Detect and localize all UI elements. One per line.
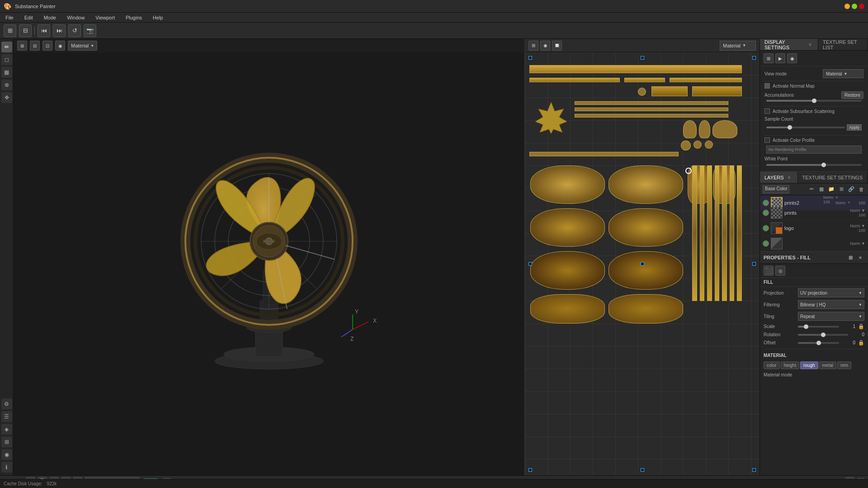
uv-corner-br[interactable] <box>752 468 756 472</box>
rotation-slider[interactable] <box>798 334 848 336</box>
subsurface-checkbox[interactable] <box>764 108 770 114</box>
close-button[interactable] <box>859 4 864 9</box>
uv-corner-tr[interactable] <box>752 56 756 60</box>
scale-lock-icon[interactable]: 🔒 <box>858 324 864 329</box>
channel-height-btn[interactable]: height <box>781 361 799 369</box>
uv-btn-3[interactable]: 🔲 <box>552 41 562 51</box>
channel-nrm-btn[interactable]: nrm <box>837 361 851 369</box>
fill-icon-1[interactable]: ⬛ <box>764 266 774 276</box>
tab-display-settings[interactable]: DISPLAY SETTINGS × <box>760 39 818 50</box>
sidebar-fill-icon[interactable]: ▦ <box>1 67 12 78</box>
uv-bar-bot <box>529 152 679 156</box>
prop-close-icon[interactable]: × <box>856 253 864 262</box>
layer-fill-icon[interactable]: ▦ <box>817 185 826 193</box>
offset-slider[interactable] <box>798 342 839 344</box>
layer-folder-icon[interactable]: 📁 <box>827 185 835 193</box>
sample-count-slider[interactable] <box>766 127 845 128</box>
layer-row[interactable]: prints Norm ▼ 100 <box>760 205 868 221</box>
layer-visibility-4[interactable] <box>763 240 769 247</box>
close-display-tab-icon[interactable]: × <box>807 41 813 48</box>
white-point-slider[interactable] <box>766 164 862 166</box>
fill-icon-2[interactable]: ◎ <box>775 266 785 276</box>
uv-corner-tc[interactable] <box>641 56 644 60</box>
menu-help[interactable]: Help <box>150 14 166 21</box>
sidebar-brush-icon[interactable]: ✏ <box>1 42 12 52</box>
channel-color-btn[interactable]: color <box>764 361 780 369</box>
close-layers-tab-icon[interactable]: × <box>786 174 793 181</box>
uv-corner-mc[interactable] <box>641 262 644 266</box>
proj-dropdown[interactable]: UV projection ▼ <box>798 288 864 297</box>
sidebar-info-icon[interactable]: ℹ <box>1 462 12 473</box>
sidebar-bake-icon[interactable]: ◉ <box>1 449 12 460</box>
menu-plugins[interactable]: Plugins <box>123 14 145 21</box>
sidebar-materials-icon[interactable]: ◈ <box>1 424 12 435</box>
uv-rods-group <box>692 165 742 305</box>
uv-canvas[interactable] <box>525 52 760 475</box>
viewport-btn-3[interactable]: ⊡ <box>42 41 52 51</box>
minimize-button[interactable] <box>844 4 850 9</box>
menu-edit[interactable]: Edit <box>22 14 36 21</box>
layer-link-icon[interactable]: 🔗 <box>847 185 855 193</box>
layer-visibility-1[interactable] <box>763 200 769 206</box>
accumulations-slider[interactable] <box>766 100 862 102</box>
layer-add-icon[interactable]: ✏ <box>807 185 816 193</box>
menu-window[interactable]: Window <box>64 14 87 21</box>
layer-delete-icon[interactable]: 🗑 <box>857 185 865 193</box>
viewport-btn-1[interactable]: ⊞ <box>17 41 27 51</box>
view-mode-dropdown[interactable]: Material ▼ <box>823 69 863 78</box>
grid-large-button[interactable]: ⊟ <box>19 24 32 37</box>
uv-corner-bl[interactable] <box>528 468 532 472</box>
material-mode-dropdown[interactable]: Material ▼ <box>68 41 97 51</box>
3d-fan-view[interactable]: Marelli X <box>14 52 524 475</box>
prop-scale-row: Scale 1 🔒 <box>760 322 868 331</box>
uv-corner-bc[interactable] <box>641 468 644 472</box>
tab-texture-set-settings[interactable]: TEXTURE SET SETTINGS <box>798 172 868 183</box>
tab-layers[interactable]: LAYERS × <box>760 172 798 183</box>
view-3d-icon[interactable]: ◉ <box>787 53 797 63</box>
viewport-btn-2[interactable]: ⊟ <box>30 41 40 51</box>
sidebar-move-icon[interactable]: ✥ <box>1 92 12 103</box>
camera-button[interactable]: 📷 <box>84 24 96 37</box>
sample-count-btn[interactable]: Apply <box>847 124 862 131</box>
prev-button[interactable]: ⏮ <box>38 24 50 37</box>
view-2d-icon[interactable]: ⊞ <box>764 53 774 63</box>
channel-metal-btn[interactable]: metal <box>819 361 836 369</box>
activate-nrm-checkbox[interactable] <box>764 83 770 89</box>
layer-visibility-3[interactable] <box>763 225 769 231</box>
uv-corner-mr[interactable] <box>752 262 756 266</box>
maximize-button[interactable] <box>852 4 857 9</box>
sidebar-channels-icon[interactable]: ⊞ <box>1 436 12 447</box>
channel-select[interactable]: Base Color <box>763 185 789 193</box>
offset-lock-icon[interactable]: 🔒 <box>858 340 864 346</box>
viewport-btn-4[interactable]: ◉ <box>55 41 65 51</box>
tiling-dropdown[interactable]: Repeat ▼ <box>798 312 864 321</box>
color-profile-value[interactable]: No Rendering Profile <box>766 145 862 154</box>
sidebar-layers-icon[interactable]: ☰ <box>1 411 12 422</box>
menu-file[interactable]: File <box>3 14 16 21</box>
layer-row[interactable]: Norm ▼ <box>760 236 868 251</box>
menu-mode[interactable]: Mode <box>41 14 59 21</box>
refresh-button[interactable]: ↺ <box>68 24 81 37</box>
uv-material-dropdown[interactable]: Material ▼ <box>720 41 756 51</box>
color-profile-checkbox[interactable] <box>764 137 770 143</box>
scale-slider[interactable] <box>798 326 839 328</box>
sidebar-settings-icon[interactable]: ⚙ <box>1 399 12 409</box>
grid-small-button[interactable]: ⊞ <box>4 24 16 37</box>
uv-corner-tl[interactable] <box>528 56 532 60</box>
uv-btn-2[interactable]: ◉ <box>540 41 550 51</box>
view-video-icon[interactable]: ▶ <box>775 53 785 63</box>
uv-corner-ml[interactable] <box>528 262 532 266</box>
sidebar-select-icon[interactable]: ⊕ <box>1 80 12 90</box>
tab-texture-set-list[interactable]: TEXTURE SET LIST <box>818 39 868 50</box>
restore-button[interactable]: Restore <box>841 91 863 99</box>
next-button[interactable]: ⏭ <box>53 24 66 37</box>
prop-expand-icon[interactable]: ⊞ <box>846 253 854 262</box>
menu-viewport[interactable]: Viewport <box>93 14 118 21</box>
filter-dropdown[interactable]: Bilinear | HQ ▼ <box>798 300 864 309</box>
layer-visibility-2[interactable] <box>763 210 769 216</box>
sidebar-eraser-icon[interactable]: ◻ <box>1 54 12 65</box>
channel-rough-btn[interactable]: rough <box>800 361 818 369</box>
layer-copy-icon[interactable]: ⊞ <box>837 185 845 193</box>
uv-btn-1[interactable]: ⊞ <box>528 41 538 51</box>
layer-row[interactable]: logo Norm ▼ 100 <box>760 221 868 236</box>
